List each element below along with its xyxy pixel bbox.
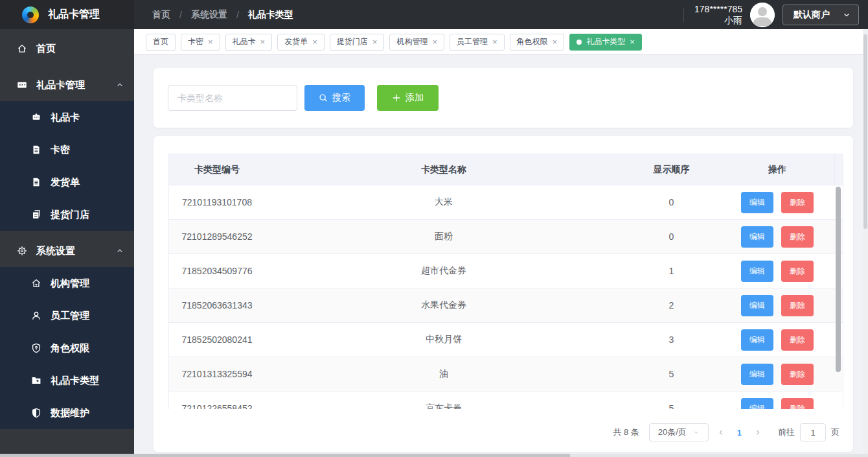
breadcrumb-home[interactable]: 首页 [152, 9, 170, 21]
sidebar-item-label: 员工管理 [51, 310, 89, 322]
cell-name: 超市代金券 [265, 254, 622, 288]
tab-role-permission[interactable]: 角色权限 × [510, 34, 565, 51]
sidebar-item-gift-card[interactable]: 礼品卡 [0, 101, 134, 134]
home-icon [17, 43, 27, 54]
app-title: 礼品卡管理 [48, 8, 100, 21]
close-icon[interactable]: × [630, 38, 635, 46]
tab-label: 发货单 [284, 36, 308, 47]
sidebar-item-label: 礼品卡 [51, 111, 80, 124]
sidebar-item-data-maintenance[interactable]: 数据维护 [0, 397, 134, 429]
merchant-dropdown[interactable]: 默认商户 [782, 5, 859, 25]
delete-button[interactable]: 删除 [781, 226, 814, 248]
copy-icon [31, 209, 41, 220]
active-dot-icon [577, 40, 582, 45]
person-icon [750, 3, 775, 27]
sidebar-submenu-gift-card: 礼品卡 卡密 发货单 提货门店 [0, 101, 134, 231]
edit-button[interactable]: 编辑 [741, 398, 773, 410]
sidebar-group-gift-card[interactable]: 礼品卡管理 [0, 69, 134, 101]
tab-label: 角色权限 [517, 36, 548, 47]
delete-button[interactable]: 删除 [781, 295, 814, 316]
tab-gift-card-type[interactable]: 礼品卡类型 × [569, 34, 642, 51]
page-size-select[interactable]: 20条/页 [649, 423, 709, 441]
tab-pickup-store[interactable]: 提货门店 × [330, 34, 385, 51]
sidebar-group-system-settings[interactable]: 系统设置 [0, 235, 134, 267]
delete-button[interactable]: 删除 [781, 192, 814, 213]
vertical-scrollbar[interactable] [863, 29, 868, 454]
tab-label: 员工管理 [457, 36, 488, 47]
edit-button[interactable]: 编辑 [741, 329, 773, 351]
cell-order: 1 [622, 254, 720, 288]
tab-home[interactable]: 首页 [146, 34, 176, 51]
cell-code: 72101226558452 [169, 392, 265, 409]
folder-icon [31, 375, 41, 386]
close-icon[interactable]: × [553, 38, 558, 46]
close-icon[interactable]: × [208, 38, 213, 46]
edit-button[interactable]: 编辑 [741, 295, 773, 316]
table-row: 71852034509776 超市代金券 1 编辑 删除 [169, 254, 843, 288]
close-icon[interactable]: × [492, 38, 497, 46]
horizontal-scrollbar-thumb[interactable] [0, 454, 570, 457]
sidebar-item-pickup-store[interactable]: 提货门店 [0, 198, 134, 231]
vertical-scrollbar-thumb[interactable] [863, 34, 867, 229]
tab-card-secret[interactable]: 卡密 × [181, 34, 220, 51]
sidebar-item-label: 角色权限 [51, 342, 89, 355]
sidebar-item-staff-management[interactable]: 员工管理 [0, 299, 134, 332]
table-scrollbar-thumb[interactable] [836, 187, 841, 372]
cell-name: 油 [265, 357, 622, 391]
breadcrumb-settings[interactable]: 系统设置 [191, 9, 227, 21]
chevron-up-icon [116, 81, 124, 89]
cell-name: 京东卡券 [265, 392, 622, 409]
sidebar-item-label: 数据维护 [51, 407, 89, 419]
delete-button[interactable]: 删除 [781, 398, 814, 410]
delete-button[interactable]: 删除 [781, 364, 814, 385]
sidebar-item-label: 系统设置 [36, 245, 75, 257]
goto-page-input[interactable] [800, 423, 826, 441]
close-icon[interactable]: × [372, 38, 378, 46]
close-icon[interactable]: × [432, 38, 437, 46]
avatar[interactable] [750, 3, 775, 27]
cell-order: 0 [622, 185, 720, 219]
table-row: 71852063631343 水果代金券 2 编辑 删除 [169, 288, 843, 323]
sidebar-item-org-management[interactable]: 机构管理 [0, 267, 134, 299]
horizontal-scrollbar[interactable] [0, 454, 868, 457]
data-table: 卡类型编号 卡类型名称 显示顺序 操作 72101193101708 大米 0 … [168, 154, 843, 409]
header-divider [683, 8, 684, 22]
chevron-up-icon [116, 247, 124, 255]
prev-page-button[interactable] [709, 428, 733, 436]
tab-bar: 首页 卡密 × 礼品卡 × 发货单 × 提货门店 × 机构管理 × 员工管理 ×… [134, 29, 868, 55]
cell-order: 2 [622, 288, 720, 322]
next-page-button[interactable] [746, 428, 770, 436]
page-size-label: 20条/页 [658, 427, 687, 438]
sidebar-item-role-permission[interactable]: 角色权限 [0, 332, 134, 364]
user-name: 小雨 [694, 15, 742, 26]
delete-button[interactable]: 删除 [781, 261, 814, 282]
user-phone: 178*****785 [694, 4, 742, 15]
page-number[interactable]: 1 [733, 428, 746, 438]
edit-button[interactable]: 编辑 [741, 226, 773, 248]
sidebar-item-label: 礼品卡类型 [51, 375, 99, 387]
tab-shipping-order[interactable]: 发货单 × [277, 34, 325, 51]
tab-gift-card[interactable]: 礼品卡 × [225, 34, 273, 51]
tab-org-management[interactable]: 机构管理 × [389, 34, 444, 51]
close-icon[interactable]: × [312, 38, 317, 46]
search-input[interactable] [168, 85, 297, 111]
sidebar-item-gift-card-type[interactable]: 礼品卡类型 [0, 364, 134, 397]
search-button-label: 搜索 [332, 92, 350, 104]
sidebar-item-shipping-order[interactable]: 发货单 [0, 166, 134, 198]
header-right: 178*****785 小雨 默认商户 [683, 3, 868, 27]
edit-button[interactable]: 编辑 [741, 261, 773, 282]
sidebar-item-home[interactable]: 首页 [0, 32, 134, 65]
tab-label: 首页 [153, 36, 168, 47]
table-row: 71852502080241 中秋月饼 3 编辑 删除 [169, 323, 843, 357]
search-button[interactable]: 搜索 [304, 85, 365, 111]
edit-button[interactable]: 编辑 [741, 192, 773, 213]
column-header-code: 卡类型编号 [169, 154, 265, 185]
add-button[interactable]: 添加 [377, 85, 439, 111]
tab-staff-management[interactable]: 员工管理 × [450, 34, 505, 51]
sidebar-item-label: 礼品卡管理 [36, 79, 85, 91]
sidebar-item-label: 机构管理 [51, 277, 89, 290]
sidebar-item-card-secret[interactable]: 卡密 [0, 134, 134, 166]
delete-button[interactable]: 删除 [781, 329, 814, 351]
close-icon[interactable]: × [260, 38, 266, 46]
edit-button[interactable]: 编辑 [741, 364, 773, 385]
